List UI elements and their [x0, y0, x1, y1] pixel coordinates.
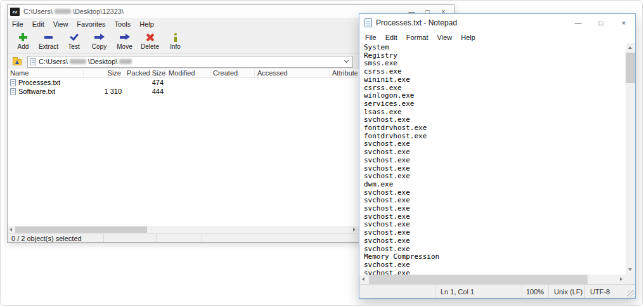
- sevenzip-menu-view[interactable]: View: [49, 20, 73, 28]
- test-checkmark-icon: [68, 32, 80, 42]
- sevenzip-menu-file[interactable]: File: [8, 20, 28, 28]
- copy-arrow-icon: [93, 32, 106, 42]
- notepad-minimize-button[interactable]: —: [567, 14, 589, 32]
- notepad-vertical-scrollbar[interactable]: [626, 43, 635, 275]
- notepad-window-title: Processes.txt - Notepad: [376, 18, 457, 27]
- title-path-suffix: \Desktop\12323\: [73, 8, 124, 15]
- status-cell: [202, 234, 357, 242]
- notepad-window: Processes.txt - Notepad — □ × File Edit …: [359, 13, 636, 299]
- line-ending-status: Unix (LF): [548, 285, 584, 298]
- toolbar-extract-button[interactable]: Extract: [37, 32, 60, 50]
- scrollbar-track[interactable]: [15, 226, 350, 233]
- file-name: Software.txt: [18, 88, 55, 95]
- notepad-horizontal-scrollbar[interactable]: [359, 275, 626, 284]
- address-path: C:\Users\ \Desktop\: [39, 58, 134, 65]
- toolbar-delete-button[interactable]: Delete: [138, 32, 162, 50]
- current-folder-file-icon: [30, 58, 36, 65]
- add-icon: [17, 32, 30, 42]
- notepad-menu-format[interactable]: Format: [402, 34, 433, 41]
- column-header-accessed[interactable]: Accessed: [255, 69, 330, 77]
- scrollbar-corner: [626, 275, 635, 284]
- sevenzip-menu-tools[interactable]: Tools: [110, 20, 136, 28]
- text-file-icon: [10, 88, 16, 95]
- folder-up-button[interactable]: [11, 55, 23, 68]
- column-header-packed-size[interactable]: Packed Size: [124, 69, 166, 77]
- notepad-app-icon: [364, 18, 372, 27]
- notepad-menu-help[interactable]: Help: [456, 34, 480, 41]
- sevenzip-app-icon: [10, 8, 20, 16]
- toolbar-test-button[interactable]: Test: [62, 32, 86, 50]
- status-cell: [359, 285, 435, 298]
- scroll-left-arrow-icon[interactable]: [359, 275, 369, 284]
- column-header-modified[interactable]: Modified: [166, 69, 210, 77]
- scroll-right-arrow-icon[interactable]: [350, 226, 357, 233]
- notepad-close-button[interactable]: ×: [612, 14, 635, 32]
- file-packed-size: 444: [124, 88, 166, 95]
- file-size: 1 310: [84, 88, 124, 95]
- delete-x-icon: [144, 32, 157, 42]
- notepad-titlebar[interactable]: Processes.txt - Notepad — □ ×: [359, 14, 635, 32]
- toolbar-info-button[interactable]: Info: [164, 32, 187, 50]
- scrollbar-track[interactable]: [369, 275, 616, 284]
- scrollbar-thumb[interactable]: [369, 275, 588, 284]
- column-header-size[interactable]: Size: [84, 69, 124, 77]
- scroll-up-arrow-icon[interactable]: [626, 43, 635, 53]
- status-cell: [104, 234, 157, 242]
- scrollbar-thumb[interactable]: [15, 226, 147, 233]
- sevenzip-window-title: C:\Users\ \Desktop\12323\: [23, 8, 124, 15]
- toolbar-move-button[interactable]: Move: [113, 32, 136, 50]
- sevenzip-statusbar: 0 / 2 object(s) selected: [8, 233, 357, 242]
- status-cell: [157, 234, 202, 242]
- address-combobox[interactable]: C:\Users\ \Desktop\: [27, 56, 353, 68]
- file-row-processes-txt[interactable]: Processes.txt 474: [8, 78, 357, 87]
- toolbar-copy-button[interactable]: Copy: [87, 32, 111, 50]
- info-icon: [169, 32, 182, 42]
- screen: C:\Users\ \Desktop\12323\ — □ × File Edi…: [0, 0, 643, 306]
- notepad-caption-buttons: — □ ×: [567, 14, 635, 32]
- scrollbar-thumb[interactable]: [626, 53, 635, 83]
- text-file-icon: [10, 79, 16, 86]
- scroll-left-arrow-icon[interactable]: [8, 226, 15, 233]
- notepad-statusbar: Ln 1, Col 1 100% Unix (LF) UTF-8: [359, 284, 635, 298]
- notepad-document-text[interactable]: System Registry smss.exe csrss.exe winin…: [359, 43, 635, 275]
- notepad-menu-view[interactable]: View: [433, 34, 457, 41]
- file-row-software-txt[interactable]: Software.txt 1 310 444: [8, 87, 357, 96]
- column-header-name[interactable]: Name: [8, 69, 84, 77]
- cursor-position-status: Ln 1, Col 1: [435, 285, 522, 298]
- sevenzip-menu-help[interactable]: Help: [135, 20, 158, 28]
- resize-grip[interactable]: [627, 290, 634, 297]
- notepad-scrollbar-row: [359, 275, 635, 284]
- notepad-text-area[interactable]: System Registry smss.exe csrss.exe winin…: [359, 43, 635, 275]
- selection-status: 0 / 2 object(s) selected: [8, 234, 104, 242]
- redacted-folder: [119, 59, 132, 64]
- notepad-menu-file[interactable]: File: [361, 34, 381, 41]
- notepad-menu-edit[interactable]: Edit: [381, 34, 402, 41]
- address-dropdown-arrow-icon[interactable]: [342, 61, 351, 62]
- sevenzip-menu-edit[interactable]: Edit: [28, 20, 49, 28]
- sevenzip-horizontal-scrollbar[interactable]: [8, 226, 357, 233]
- move-arrow-icon: [119, 32, 131, 42]
- file-packed-size: 474: [124, 79, 166, 86]
- column-header-created[interactable]: Created: [210, 69, 255, 77]
- file-name: Processes.txt: [18, 79, 60, 86]
- title-path-prefix: C:\Users\: [23, 8, 53, 15]
- sevenzip-menu-favorites[interactable]: Favorites: [72, 20, 110, 28]
- redacted-username: [70, 59, 86, 64]
- scroll-down-arrow-icon[interactable]: [626, 265, 635, 275]
- notepad-menubar: File Edit Format View Help: [359, 32, 635, 43]
- zoom-level-status: 100%: [522, 285, 548, 298]
- scroll-right-arrow-icon[interactable]: [616, 275, 626, 284]
- toolbar-add-button[interactable]: Add: [11, 32, 35, 50]
- column-header-attributes[interactable]: Attributes: [330, 69, 357, 77]
- redacted-username: [55, 9, 71, 14]
- extract-icon: [42, 32, 55, 42]
- folder-up-icon: [13, 59, 22, 65]
- column-header-row: Name Size Packed Size Modified Created A…: [8, 69, 357, 78]
- notepad-maximize-button[interactable]: □: [589, 14, 612, 32]
